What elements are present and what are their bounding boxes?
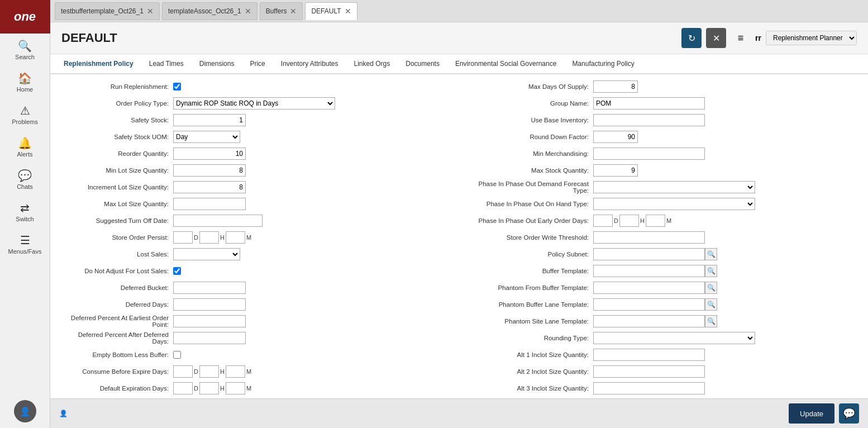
buffer-template-input[interactable] bbox=[593, 265, 705, 277]
top-tab-3-close[interactable]: ✕ bbox=[290, 7, 297, 16]
alt1-inclot-input[interactable] bbox=[593, 349, 705, 361]
round-down-factor-input[interactable] bbox=[593, 131, 638, 143]
order-policy-type-select[interactable]: Dynamic ROP Static ROQ in Days bbox=[173, 97, 335, 110]
empty-bottom-less-checkbox[interactable] bbox=[173, 351, 181, 359]
tab-manufacturing-policy[interactable]: Manufacturing Policy bbox=[564, 54, 642, 74]
deferred-days-input[interactable] bbox=[173, 298, 246, 311]
safety-stock-uom-select[interactable]: Day Week Month bbox=[173, 131, 240, 143]
update-button[interactable]: Update bbox=[789, 403, 834, 424]
consume-before-expire-m-input[interactable] bbox=[226, 365, 245, 378]
tab-price[interactable]: Price bbox=[242, 54, 273, 74]
run-replenishment-checkbox[interactable] bbox=[173, 83, 181, 91]
phantom-from-buffer-search-button[interactable]: 🔍 bbox=[705, 282, 717, 294]
phantom-buffer-lane-search-button[interactable]: 🔍 bbox=[705, 298, 717, 311]
phantom-buffer-lane-label: Phantom Buffer Lane Template: bbox=[465, 301, 593, 308]
store-order-persist-d-input[interactable] bbox=[173, 231, 193, 244]
store-order-persist-h-input[interactable] bbox=[199, 231, 219, 244]
min-merchandising-input[interactable] bbox=[593, 148, 705, 160]
alt2-inclot-input[interactable] bbox=[593, 365, 705, 378]
refresh-button[interactable]: ↻ bbox=[681, 28, 702, 48]
tab-linked-orgs[interactable]: Linked Orgs bbox=[346, 54, 398, 74]
rounding-type-select[interactable] bbox=[593, 332, 755, 344]
user-initials: rr bbox=[755, 34, 761, 42]
default-expiration-m-input[interactable] bbox=[226, 382, 245, 394]
top-tab-1[interactable]: testbuffertemplate_Oct26_1 ✕ bbox=[55, 2, 160, 20]
use-base-inventory-label: Use Base Inventory: bbox=[465, 117, 593, 123]
tab-documents[interactable]: Documents bbox=[398, 54, 447, 74]
top-tab-3-label: Buffers bbox=[266, 7, 287, 15]
deferred-bucket-label: Deferred Bucket: bbox=[61, 284, 173, 291]
sidebar-label-home: Home bbox=[17, 86, 33, 93]
sidebar-item-switch[interactable]: ⇄ Switch bbox=[0, 196, 50, 228]
top-tab-4-close[interactable]: ✕ bbox=[345, 7, 351, 16]
increment-lot-size-input[interactable] bbox=[173, 181, 246, 193]
store-order-persist-d-label: D bbox=[194, 234, 198, 241]
phase-in-early-m-input[interactable] bbox=[646, 215, 665, 227]
store-order-persist-m-input[interactable] bbox=[226, 231, 245, 244]
phase-in-early-d-input[interactable] bbox=[593, 215, 613, 227]
policy-subnet-search-button[interactable]: 🔍 bbox=[705, 248, 717, 260]
phantom-buffer-lane-input[interactable] bbox=[593, 298, 705, 311]
app-logo[interactable]: one bbox=[0, 0, 50, 34]
sidebar-item-alerts[interactable]: 🔔 Alerts bbox=[0, 131, 50, 163]
chat-button[interactable]: 💬 bbox=[839, 403, 859, 424]
top-tab-3[interactable]: Buffers ✕ bbox=[260, 2, 303, 20]
buffer-template-search-button[interactable]: 🔍 bbox=[705, 265, 717, 277]
max-stock-quantity-input[interactable] bbox=[593, 164, 638, 177]
deferred-bucket-input[interactable] bbox=[173, 282, 246, 294]
top-tab-2-close[interactable]: ✕ bbox=[245, 7, 251, 16]
min-lot-size-input[interactable] bbox=[173, 164, 246, 177]
sidebar-item-problems[interactable]: ⚠ Problems bbox=[0, 98, 50, 131]
deferred-pct-after-input[interactable] bbox=[173, 332, 246, 344]
consume-before-expire-h-input[interactable] bbox=[199, 365, 219, 378]
consume-before-expire-d-input[interactable] bbox=[173, 365, 193, 378]
close-button[interactable]: ✕ bbox=[706, 28, 726, 48]
deferred-bucket-row: Deferred Bucket: bbox=[61, 281, 454, 294]
lost-sales-select[interactable]: Yes No bbox=[173, 248, 240, 260]
tab-lead-times[interactable]: Lead Times bbox=[141, 54, 192, 74]
policy-subnet-input[interactable] bbox=[593, 248, 705, 260]
top-tab-1-close[interactable]: ✕ bbox=[147, 7, 154, 16]
tab-inventory-attributes[interactable]: Inventory Attributes bbox=[273, 54, 346, 74]
user-avatar[interactable]: 👤 bbox=[14, 400, 36, 422]
safety-stock-input[interactable] bbox=[173, 114, 246, 126]
max-days-supply-input[interactable] bbox=[593, 80, 638, 93]
suggested-turn-off-input[interactable] bbox=[173, 215, 263, 227]
safety-stock-uom-label: Safety Stock UOM: bbox=[61, 134, 173, 140]
tab-replenishment-policy[interactable]: Replenishment Policy bbox=[56, 54, 141, 74]
menu-button[interactable]: ≡ bbox=[731, 28, 751, 48]
group-name-input[interactable] bbox=[593, 97, 705, 110]
top-tab-4[interactable]: DEFAULT ✕ bbox=[305, 2, 357, 20]
default-expiration-h-input[interactable] bbox=[199, 382, 219, 394]
store-order-write-input[interactable] bbox=[593, 231, 705, 244]
sidebar-item-search[interactable]: 🔍 Search bbox=[0, 34, 50, 66]
default-expiration-row: Default Expiration Days: D H M bbox=[61, 382, 454, 395]
phase-in-hand-select[interactable] bbox=[593, 198, 755, 210]
phase-in-demand-select[interactable] bbox=[593, 181, 755, 193]
increment-lot-size-label: Increment Lot Size Quantity: bbox=[61, 184, 173, 191]
home-icon: 🏠 bbox=[18, 72, 32, 85]
phase-in-early-h-input[interactable] bbox=[619, 215, 639, 227]
user-role-select[interactable]: Replenishment Planner bbox=[766, 31, 857, 45]
phantom-from-buffer-input[interactable] bbox=[593, 282, 705, 294]
sidebar-item-home[interactable]: 🏠 Home bbox=[0, 66, 50, 98]
min-lot-size-label: Min Lot Size Quantity: bbox=[61, 167, 173, 174]
top-tab-2[interactable]: templateAssoc_Oct26_1 ✕ bbox=[162, 2, 257, 20]
tab-dimensions[interactable]: Dimensions bbox=[192, 54, 242, 74]
tab-esg[interactable]: Environmental Social Governance bbox=[447, 54, 564, 74]
main-content: testbuffertemplate_Oct26_1 ✕ templateAss… bbox=[50, 0, 868, 428]
phase-in-early-dhm: D H M bbox=[593, 215, 671, 227]
max-lot-size-input[interactable] bbox=[173, 198, 246, 210]
run-replenishment-row: Run Replenishment: bbox=[61, 80, 454, 93]
alt1-inclot-label: Alt 1 Inclot Size Quantity: bbox=[465, 351, 593, 358]
reorder-quantity-input[interactable] bbox=[173, 148, 246, 160]
sidebar-item-menus[interactable]: ☰ Menus/Favs bbox=[0, 228, 50, 260]
default-expiration-d-input[interactable] bbox=[173, 382, 193, 394]
sidebar-item-chats[interactable]: 💬 Chats bbox=[0, 163, 50, 196]
use-base-inventory-input[interactable] bbox=[593, 114, 705, 126]
alt3-inclot-input[interactable] bbox=[593, 382, 705, 394]
deferred-pct-earliest-input[interactable] bbox=[173, 315, 246, 327]
phantom-site-lane-input[interactable] bbox=[593, 315, 705, 327]
do-not-adjust-checkbox[interactable] bbox=[173, 267, 181, 275]
phantom-site-lane-search-button[interactable]: 🔍 bbox=[705, 315, 717, 327]
